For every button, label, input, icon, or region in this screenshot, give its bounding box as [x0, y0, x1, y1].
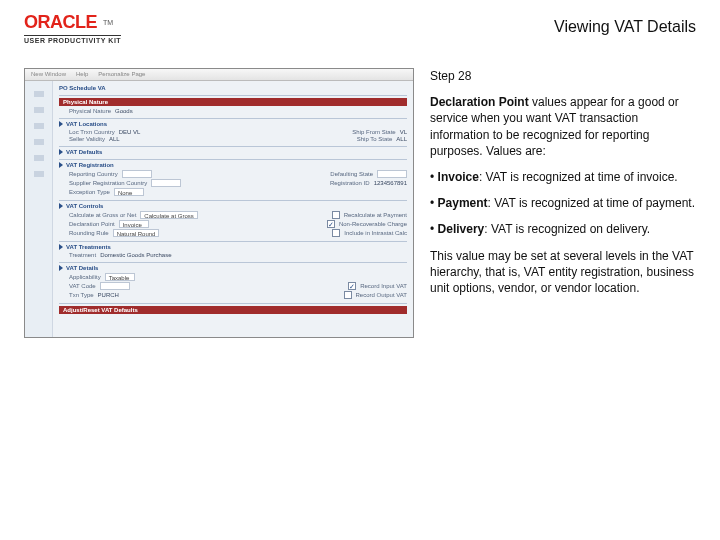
bullet-invoice: • Invoice: VAT is recognized at time of … [430, 169, 696, 185]
chevron-right-icon [59, 121, 63, 127]
recalc-checkbox[interactable] [332, 211, 340, 219]
embedded-screenshot: New Window Help Personalize Page PO Sche… [24, 68, 414, 338]
declaration-point-field[interactable]: Invoice [119, 220, 149, 228]
section-vat-treatments: VAT Treatments [59, 244, 407, 250]
section-adjust-reset: Adjust/Reset VAT Defaults [59, 306, 407, 314]
record-input-vat-checkbox[interactable]: ✓ [348, 282, 356, 290]
nonrecoverable-checkbox[interactable]: ✓ [327, 220, 335, 228]
app-menubar: New Window Help Personalize Page [25, 69, 413, 81]
rounding-rule-field[interactable]: Natural Round [113, 229, 160, 237]
menu-item: New Window [31, 71, 66, 78]
vat-code-field[interactable] [100, 282, 130, 290]
section-physical-nature: Physical Nature [59, 98, 407, 106]
trademark: TM [103, 19, 113, 26]
chevron-right-icon [59, 244, 63, 250]
section-vat-locations: VAT Locations [59, 121, 407, 127]
menu-item: Help [76, 71, 88, 78]
calc-gross-net-field[interactable]: Calculate at Gross [140, 211, 197, 219]
oracle-logo: ORACLE [24, 12, 97, 33]
menu-item: Personalize Page [98, 71, 145, 78]
window-title: PO Schedule VA [59, 85, 407, 91]
brand-block: ORACLE TM USER PRODUCTIVITY KIT [24, 12, 121, 44]
section-vat-details: VAT Details [59, 265, 407, 271]
section-vat-registration: VAT Registration [59, 162, 407, 168]
record-output-vat-checkbox[interactable] [344, 291, 352, 299]
bullet-payment: • Payment: VAT is recognized at time of … [430, 195, 696, 211]
reporting-country-field[interactable] [122, 170, 152, 178]
intrastat-checkbox[interactable] [332, 229, 340, 237]
instruction-note: This value may be set at several levels … [430, 248, 696, 297]
instruction-panel: Step 28 Declaration Point values appear … [430, 68, 696, 338]
bullet-delivery: • Delivery: VAT is recognized on deliver… [430, 221, 696, 237]
chevron-right-icon [59, 149, 63, 155]
defaulting-state-field[interactable] [377, 170, 407, 178]
supplier-reg-country-field[interactable] [151, 179, 181, 187]
app-sidebar [25, 81, 53, 337]
chevron-right-icon [59, 265, 63, 271]
kit-subtitle: USER PRODUCTIVITY KIT [24, 35, 121, 44]
chevron-right-icon [59, 162, 63, 168]
section-vat-controls: VAT Controls [59, 203, 407, 209]
page-title: Viewing VAT Details [554, 18, 696, 36]
chevron-right-icon [59, 203, 63, 209]
section-vat-defaults: VAT Defaults [59, 149, 407, 155]
instruction-intro: Declaration Point values appear for a go… [430, 94, 696, 159]
applicability-field[interactable]: Taxable [105, 273, 135, 281]
step-label: Step 28 [430, 68, 696, 84]
exception-type-field[interactable]: None [114, 188, 144, 196]
